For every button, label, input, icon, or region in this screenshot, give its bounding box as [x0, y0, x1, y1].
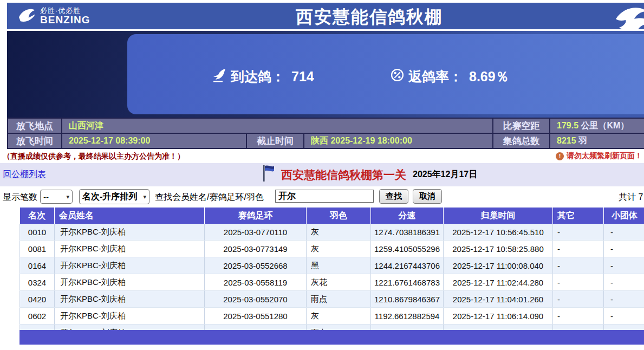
col-header-arrival-time: 归巢时间	[444, 208, 553, 224]
release-site-label: 放飞地点	[8, 118, 62, 133]
cell-other: -	[553, 257, 604, 274]
cell-member-name: 开尔KPBC-刘庆柏	[55, 257, 205, 274]
cell-other: -	[553, 291, 604, 308]
refresh-warning-text: 请勿太频繁刷新页面！	[567, 151, 642, 161]
sort-value: 名次-升序排列	[82, 191, 137, 203]
back-to-list-link[interactable]: 回公棚列表	[3, 169, 46, 180]
cell-ring-number: 2025-03-0551280	[205, 308, 307, 325]
cell-other: -	[553, 308, 604, 325]
disclaimer-text: （直播成绩仅供参考，最终结果以主办方公告为准！）	[3, 152, 185, 161]
table-row: 0164开尔KPBC-刘庆柏2025-03-0552668黑1244.21674…	[20, 257, 644, 274]
page-header: 必胜·优必胜 BENZING 西安慧能信鸽秋棚	[7, 3, 644, 29]
total-pigeons-value: 8215 羽	[550, 133, 644, 148]
search-button[interactable]: 查找	[379, 189, 408, 204]
col-header-feather-color: 羽色	[307, 208, 371, 224]
race-title-group: 西安慧能信鸽秋棚第一关 2025年12月17日	[262, 163, 477, 186]
cell-other: -	[553, 241, 604, 257]
cell-member-name: 开尔KPBC-刘庆柏	[55, 241, 205, 257]
total-pigeons-label: 集鸽总数	[493, 133, 550, 148]
table-row: 0081开尔KPBC-刘庆柏2025-03-0773149灰1259.41050…	[20, 241, 644, 257]
distance-label: 比赛空距	[493, 118, 550, 133]
show-count-value: --	[43, 192, 49, 202]
cell-rank: 0420	[20, 291, 55, 308]
show-count-select[interactable]: -- ▾	[40, 190, 73, 204]
cell-arrival-time: 2025-12-17 10:58:25.880	[444, 241, 553, 257]
col-header-other: 其它	[553, 208, 604, 224]
cell-member-name: 开尔KPBC-刘庆柏	[55, 308, 205, 325]
cell-speed: 1274.7038186391	[371, 224, 444, 241]
distance-number: 179.5	[557, 121, 578, 130]
cell-other: -	[553, 224, 604, 241]
table-row: 0324开尔KPBC-刘庆柏2025-03-0558119灰花1221.6761…	[20, 274, 644, 291]
cell-ring-number: 2025-03-0770110	[205, 224, 307, 241]
cell-speed: 1259.4105055296	[371, 241, 444, 257]
warning-icon: !	[556, 152, 564, 160]
benzing-logo[interactable]: 必胜·优必胜 BENZING	[18, 7, 90, 25]
results-body: 0010开尔KPBC-刘庆柏2025-03-0770110灰1274.70381…	[20, 224, 644, 341]
cell-rank: 0602	[20, 308, 55, 325]
race-info-table: 放飞地点 山西河津 比赛空距 179.5 公里（KM） 放飞时间 2025-12…	[7, 118, 644, 149]
cell-member-name: 开尔KPBC-刘庆柏	[55, 291, 205, 308]
distance-unit: 公里（KM）	[578, 121, 629, 130]
col-header-ring-number: 赛鸽足环	[205, 208, 307, 224]
table-row: 0010开尔KPBC-刘庆柏2025-03-0770110灰1274.70381…	[20, 224, 644, 241]
cell-feather-color: 雨点	[307, 291, 371, 308]
arrived-stat: 到达鸽： 714	[212, 68, 314, 86]
cell-feather-color: 灰花	[307, 274, 371, 291]
total-count: 共计 7 笔	[619, 192, 644, 203]
results-table: 名次会员姓名赛鸽足环羽色分速归巢时间其它小团体 0010开尔KPBC-刘庆柏20…	[19, 208, 644, 341]
race-title: 西安慧能信鸽秋棚第一关	[281, 167, 406, 183]
cell-arrival-time: 2025-12-17 11:06:14.090	[444, 308, 553, 325]
cell-ring-number: 2025-03-0552668	[205, 257, 307, 274]
percent-circle-icon	[391, 68, 404, 85]
sort-select[interactable]: 名次-升序排列 ▾	[79, 189, 149, 204]
landing-pigeon-icon	[212, 68, 226, 86]
total-pigeons-number: 8215	[557, 136, 576, 145]
cell-team: -	[604, 241, 644, 257]
cell-speed: 1244.2167443706	[371, 257, 444, 274]
arrived-label: 到达鸽：	[231, 68, 285, 86]
cell-speed: 1221.6761468783	[371, 274, 444, 291]
col-header-team: 小团体	[604, 208, 644, 224]
cell-speed: 1210.8679846367	[371, 291, 444, 308]
cell-arrival-time: 2025-12-17 11:00:08.040	[444, 257, 553, 274]
cell-feather-color: 灰	[307, 308, 371, 325]
release-time-label: 放飞时间	[8, 133, 62, 148]
logo-slogan: 必胜·优必胜	[40, 7, 90, 15]
cell-rank: 0164	[20, 257, 55, 274]
cell-member-name: 开尔KPBC-刘庆柏	[55, 274, 205, 291]
cell-arrival-time: 2025-12-17 11:04:01.260	[444, 291, 553, 308]
race-flag-icon	[262, 165, 275, 185]
show-count-label: 显示笔数	[3, 192, 37, 203]
cell-ring-number: 2025-03-0558119	[205, 274, 307, 291]
cell-rank: 0081	[20, 241, 55, 257]
cell-rank: 0324	[20, 274, 55, 291]
refresh-warning: ! 请勿太频繁刷新页面！	[556, 151, 642, 161]
logo-text: 必胜·优必胜 BENZING	[40, 7, 90, 25]
cancel-button[interactable]: 取消	[413, 189, 442, 204]
chevron-down-icon: ▾	[66, 193, 69, 200]
page-title: 西安慧能信鸽秋棚	[296, 5, 443, 29]
table-row: 0602开尔KPBC-刘庆柏2025-03-0551280灰1192.66128…	[20, 308, 644, 325]
total-pigeons-unit: 羽	[576, 136, 587, 145]
logo-bird-icon	[18, 7, 36, 25]
col-header-speed: 分速	[371, 208, 444, 224]
cell-rank: 0010	[20, 224, 55, 241]
col-header-rank: 名次	[20, 208, 55, 224]
cell-arrival-time: 2025-12-17 10:56:45.510	[444, 224, 553, 241]
cell-arrival-time: 2025-12-17 11:02:44.280	[444, 274, 553, 291]
cell-ring-number: 2025-03-0773149	[205, 241, 307, 257]
deadline-value: 陕西 2025-12-19 18:00:00	[304, 133, 493, 148]
return-rate-stat: 返鸽率： 8.69％	[391, 68, 509, 86]
logo-brand: BENZING	[40, 15, 90, 25]
chevron-down-icon: ▾	[143, 193, 146, 200]
cell-team: -	[604, 291, 644, 308]
return-rate-value: 8.69％	[469, 68, 509, 86]
hero-panel: 到达鸽： 714 返鸽率： 8.69％	[127, 34, 644, 114]
cell-other: -	[553, 274, 604, 291]
table-footer-bar	[19, 330, 644, 345]
race-date: 2025年12月17日	[413, 169, 477, 180]
return-rate-label: 返鸽率：	[408, 68, 463, 86]
col-header-member-name: 会员姓名	[55, 208, 205, 224]
search-input[interactable]	[275, 190, 374, 203]
